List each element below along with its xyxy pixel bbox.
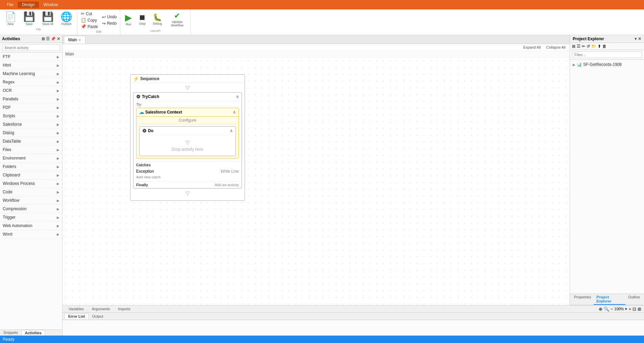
activity-web-automation[interactable]: Web Automation ▶ [0,222,62,230]
sequence-icon: ⚡ [133,76,139,81]
search-input[interactable] [2,44,60,51]
undo-button[interactable]: ↩ Undo [101,14,118,20]
activity-html[interactable]: Html ▶ [0,61,62,70]
canvas[interactable]: ⚡ Sequence ▽ ⚙ TryCatch [63,57,570,305]
add-activity-button[interactable]: Add an activity [215,183,239,187]
salesforce-icon: ☁ [139,109,144,115]
rp-list-icon[interactable]: ☰ [577,44,580,49]
paste-icon: 📌 [81,24,86,29]
activity-code[interactable]: Code ▶ [0,188,62,196]
right-panel-close-icon[interactable]: ✕ [638,36,641,41]
zoom-dropdown-icon[interactable]: ▾ [625,307,627,311]
drop-zone[interactable]: ▽ Drop activity here [140,135,236,156]
activities-tab[interactable]: Activities [21,330,45,336]
validate-button[interactable]: ✔ Validate Workflow [166,11,188,28]
zoom-in-icon[interactable]: + [628,307,631,312]
save-all-icon: 💾 [42,12,54,22]
copy-button[interactable]: 📋 Copy [79,17,99,23]
zoom-expand-icon[interactable]: ⊞ [638,307,641,312]
copy-icon: 📋 [81,18,86,23]
do-collapse-icon[interactable]: ∧ [230,128,233,133]
trycatch-collapse-icon[interactable]: ∧ [236,94,239,99]
add-catch-button[interactable]: Add new catch [136,174,239,180]
panel-pin-icon[interactable]: 📌 [51,36,56,41]
activity-windows-process[interactable]: Windows Process ▶ [0,179,62,188]
rp-export-icon[interactable]: ⬆ [598,44,601,49]
zoom-level: 100% [614,307,624,311]
panel-close-icon[interactable]: ✕ [57,36,60,41]
publish-button[interactable]: 🌐 Publish [58,11,75,27]
undo-icon: ↩ [102,15,106,20]
zoom-fit-screen-icon[interactable]: ⊡ [633,307,636,312]
activity-dialog[interactable]: Dialog ▶ [0,129,62,137]
save-icon: 💾 [23,12,35,22]
expand-all-button[interactable]: Expand All [522,45,542,50]
menu-window[interactable]: Window [40,2,62,8]
configure-button[interactable]: Configure [137,117,239,124]
activity-ftp[interactable]: FTP ▶ [0,53,62,61]
sequence-drop-arrow: ▽ [130,83,245,92]
rp-grid-icon[interactable]: ⊞ [572,44,575,49]
zoom-fit-icon[interactable]: ⊕ [599,307,602,312]
activity-folders[interactable]: Folders ▶ [0,163,62,171]
finally-section: Finally Add an activity [133,181,242,188]
activity-parallels[interactable]: Parallels ▶ [0,95,62,103]
canvas-area: Main ✕ Expand All Collapse All Main [63,35,570,305]
new-button[interactable]: 📄 New [2,11,19,27]
activity-environment[interactable]: Environment ▶ [0,154,62,163]
menu-file[interactable]: File [3,2,17,8]
cut-button[interactable]: ✂ Cut [79,11,99,17]
outline-tab[interactable]: Outline [625,294,643,305]
variables-tab[interactable]: Variables [65,306,87,312]
collapse-all-button[interactable]: Collapse All [545,45,567,50]
activity-word[interactable]: Word ▶ [0,230,62,239]
chevron-icon: ▶ [57,72,59,76]
activity-trigger[interactable]: Trigger ▶ [0,213,62,222]
activity-regex[interactable]: Regex ▶ [0,78,62,87]
activity-scripts[interactable]: Scripts ▶ [0,112,62,120]
tree-item-sf[interactable]: ▶ 📊 SF-GetRecords-1908 [571,61,643,68]
panel-grid-icon[interactable]: ⊞ [42,36,45,41]
menu-design[interactable]: Design [18,2,39,8]
error-list-tab[interactable]: Error List [65,313,89,319]
stop-button[interactable]: ⏹ Stop [136,13,149,27]
activity-workflow[interactable]: Workflow ▶ [0,196,62,205]
activity-files[interactable]: Files ▶ [0,146,62,154]
panel-list-icon[interactable]: ☰ [46,36,50,41]
chevron-icon: ▶ [57,173,59,177]
main-tab[interactable]: Main ✕ [64,36,85,44]
activity-ocr[interactable]: OCR ▶ [0,87,62,95]
rp-folder-icon[interactable]: 📁 [591,44,596,49]
tab-close-icon[interactable]: ✕ [78,38,81,42]
activity-compression[interactable]: Compression ▶ [0,205,62,213]
zoom-search-icon[interactable]: 🔍 [604,307,609,312]
rp-edit-icon[interactable]: ✏ [582,44,585,49]
right-panel-dropdown-icon[interactable]: ▾ [635,36,637,41]
save-all-button[interactable]: 💾 Save All [39,11,56,27]
do-block: ⚙ Do ∧ ▽ Drop activity here [139,126,236,156]
trycatch-icon: ⚙ [136,94,141,99]
zoom-out-icon[interactable]: − [611,307,613,312]
output-tab[interactable]: Output [89,314,107,319]
activity-datatable[interactable]: DataTable ▶ [0,137,62,146]
redo-button[interactable]: ↪ Redo [101,21,118,26]
activity-pdf[interactable]: PDF ▶ [0,103,62,112]
activity-clipboard[interactable]: Clipboard ▶ [0,171,62,179]
filter-input[interactable] [572,51,642,58]
save-button[interactable]: 💾 Save [21,11,38,27]
paste-button[interactable]: 📌 Paste [79,24,99,29]
run-button[interactable]: ▶ Run [122,12,134,27]
chevron-icon: ▶ [57,165,59,169]
debug-button[interactable]: 🐛 Debug [150,13,165,27]
rp-refresh-icon[interactable]: ↺ [587,44,590,49]
snippets-tab[interactable]: Snippets [0,330,21,336]
imports-tab[interactable]: Imports [115,306,134,312]
properties-tab[interactable]: Properties [571,294,594,305]
arguments-tab[interactable]: Arguments [89,306,113,312]
zoom-controls: ⊕ 🔍 − 100% ▾ + ⊡ ⊞ [599,307,641,312]
sf-collapse-icon[interactable]: ∧ [233,110,236,115]
rp-trash-icon[interactable]: 🗑 [602,44,606,49]
activity-salesforce[interactable]: Salesforce ▶ [0,120,62,129]
project-explorer-tab[interactable]: Project Explorer [594,294,625,305]
activity-machine-learning[interactable]: Machine Learning ▶ [0,70,62,78]
